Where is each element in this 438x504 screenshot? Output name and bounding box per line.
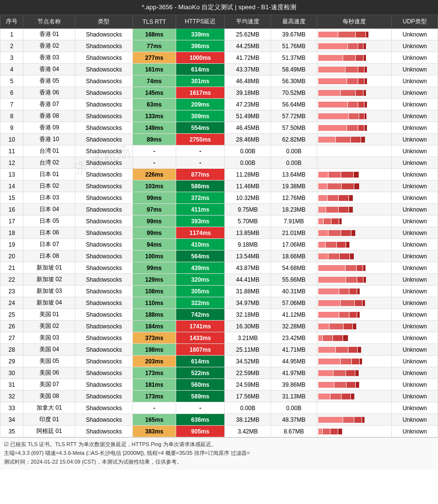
cell-speed-bar	[317, 87, 392, 99]
table-row: 9香港 09Shadowsocks149ms554ms46.45MB57.50M…	[0, 122, 438, 134]
cell-udp-type: Unknown	[392, 227, 438, 239]
table-row: 4香港 04Shadowsocks161ms614ms43.37MB58.49M…	[0, 64, 438, 75]
cell-name: 日本 02	[23, 180, 75, 192]
cell-avg-speed: 0.00B	[225, 145, 271, 157]
cell-tls-rtt: 173ms	[133, 367, 176, 379]
cell-udp-type: Unknown	[392, 332, 438, 344]
cell-avg-speed: 39.18MB	[225, 87, 271, 99]
cell-udp-type: Unknown	[392, 391, 438, 402]
cell-udp-type: Unknown	[392, 356, 438, 367]
cell-avg-speed: 9.75MB	[225, 204, 271, 216]
cell-udp-type: Unknown	[392, 274, 438, 286]
cell-name: 新加坡 03	[23, 286, 75, 297]
cell-name: 香港 10	[23, 134, 75, 145]
cell-https-latency: 564ms	[176, 251, 225, 262]
cell-name: 台湾 02	[23, 157, 75, 169]
cell-tls-rtt: 181ms	[133, 379, 176, 391]
cell-name: 日本 01	[23, 169, 75, 180]
cell-udp-type: Unknown	[392, 87, 438, 99]
cell-udp-type: Unknown	[392, 157, 438, 169]
cell-tls-rtt: -	[133, 145, 176, 157]
cell-tls-rtt: 63ms	[133, 99, 176, 110]
title-bar: *.app-3656 - MiaoKo 自定义测试 | speed - B1-速…	[0, 0, 438, 15]
cell-type: Shadowsocks	[75, 251, 132, 262]
cell-type: Shadowsocks	[75, 402, 132, 414]
cell-name: 香港 08	[23, 110, 75, 122]
cell-max-speed: 21.01MB	[271, 227, 317, 239]
cell-avg-speed: 22.59MB	[225, 367, 271, 379]
footer-line3: 测试时间：2024-01-22 15:04:09 (CST)，本测试为试验性结果…	[4, 458, 434, 466]
cell-avg-speed: 41.72MB	[225, 52, 271, 64]
cell-max-speed: 23.42MB	[271, 332, 317, 344]
cell-tls-rtt: 161ms	[133, 64, 176, 75]
cell-https-latency: 554ms	[176, 122, 225, 134]
cell-avg-speed: 3.21MB	[225, 332, 271, 344]
cell-name: 美国 02	[23, 321, 75, 332]
cell-speed-bar	[317, 321, 392, 332]
cell-id: 31	[0, 379, 23, 391]
cell-tls-rtt: 188ms	[133, 309, 176, 321]
cell-type: Shadowsocks	[75, 227, 132, 239]
cell-https-latency: 1617ms	[176, 87, 225, 99]
cell-speed-bar	[317, 391, 392, 402]
cell-speed-bar	[317, 134, 392, 145]
cell-id: 24	[0, 297, 23, 309]
table-row: 14日本 02Shadowsocks103ms586ms11.46MB19.38…	[0, 180, 438, 192]
cell-type: Shadowsocks	[75, 87, 132, 99]
cell-tls-rtt: 74ms	[133, 75, 176, 87]
cell-type: Shadowsocks	[75, 309, 132, 321]
cell-type: Shadowsocks	[75, 426, 132, 437]
cell-id: 12	[0, 157, 23, 169]
cell-speed-bar	[317, 122, 392, 134]
cell-type: Shadowsocks	[75, 262, 132, 274]
cell-udp-type: Unknown	[392, 321, 438, 332]
cell-name: 香港 03	[23, 52, 75, 64]
cell-tls-rtt: 100ms	[133, 251, 176, 262]
cell-name: 香港 07	[23, 99, 75, 110]
cell-type: Shadowsocks	[75, 344, 132, 356]
table-row: 1香港 01Shadowsocks168ms339ms25.62MB39.67M…	[0, 29, 438, 40]
cell-name: 印度 01	[23, 414, 75, 426]
cell-https-latency: 209ms	[176, 99, 225, 110]
cell-type: Shadowsocks	[75, 239, 132, 251]
cell-tls-rtt: 168ms	[133, 29, 176, 40]
col-header-type: 类型	[75, 15, 132, 29]
cell-avg-speed: 31.88MB	[225, 286, 271, 297]
cell-id: 4	[0, 64, 23, 75]
cell-max-speed: 39.67MB	[271, 29, 317, 40]
cell-avg-speed: 46.48MB	[225, 75, 271, 87]
cell-https-latency: 614ms	[176, 356, 225, 367]
table-row: 13日本 01Shadowsocks226ms877ms11.28MB13.64…	[0, 169, 438, 180]
cell-avg-speed: 11.28MB	[225, 169, 271, 180]
cell-avg-speed: 5.70MB	[225, 216, 271, 227]
cell-speed-bar	[317, 239, 392, 251]
cell-type: Shadowsocks	[75, 99, 132, 110]
cell-name: 新加坡 02	[23, 274, 75, 286]
cell-https-latency: 339ms	[176, 29, 225, 40]
table-row: 32美国 08Shadowsocks173ms589ms17.56MB31.13…	[0, 391, 438, 402]
cell-max-speed: 51.76MB	[271, 40, 317, 52]
cell-tls-rtt: 97ms	[133, 204, 176, 216]
table-row: 7香港 07Shadowsocks63ms209ms47.23MB56.64MB…	[0, 99, 438, 110]
table-row: 12台湾 02Shadowsocks--0.00B0.00BUnknown	[0, 157, 438, 169]
cell-tls-rtt: 133ms	[133, 110, 176, 122]
cell-speed-bar	[317, 29, 392, 40]
cell-name: 香港 02	[23, 40, 75, 52]
cell-id: 32	[0, 391, 23, 402]
cell-type: Shadowsocks	[75, 379, 132, 391]
cell-type: Shadowsocks	[75, 145, 132, 157]
cell-id: 16	[0, 204, 23, 216]
cell-max-speed: 55.66MB	[271, 274, 317, 286]
table-row: 19日本 07Shadowsocks94ms410ms9.18MB17.06MB…	[0, 239, 438, 251]
table-row: 28美国 04Shadowsocks198ms1607ms25.11MB41.7…	[0, 344, 438, 356]
cell-https-latency: 1741ms	[176, 321, 225, 332]
cell-type: Shadowsocks	[75, 169, 132, 180]
cell-https-latency: 393ms	[176, 216, 225, 227]
cell-name: 美国 07	[23, 379, 75, 391]
cell-https-latency: 320ms	[176, 274, 225, 286]
cell-udp-type: Unknown	[392, 52, 438, 64]
cell-name: 香港 09	[23, 122, 75, 134]
table-row: 16日本 04Shadowsocks97ms411ms9.75MB18.23MB…	[0, 204, 438, 216]
cell-avg-speed: 34.97MB	[225, 297, 271, 309]
table-row: 34印度 01Shadowsocks165ms636ms38.12MB48.37…	[0, 414, 438, 426]
